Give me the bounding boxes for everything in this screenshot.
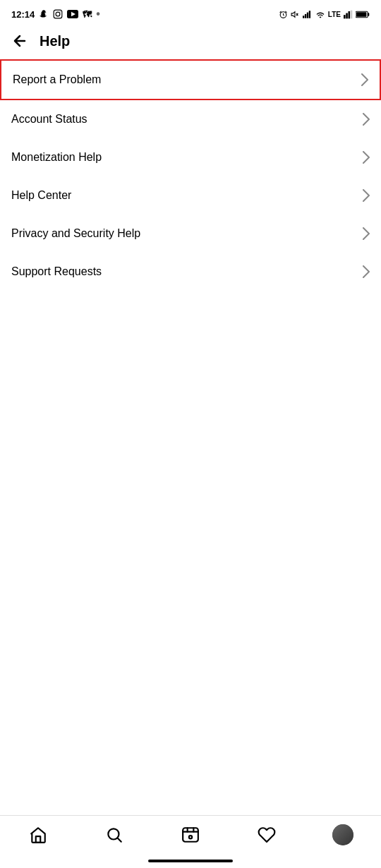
menu-list: Report a Problem Account Status Monetiza…	[0, 59, 381, 291]
svg-rect-0	[54, 10, 62, 18]
signal-icon	[303, 10, 313, 19]
profile-avatar	[332, 824, 353, 845]
battery-icon	[356, 10, 370, 19]
status-time: 12:14	[11, 9, 35, 20]
page-title: Help	[40, 33, 70, 49]
nav-item-home[interactable]	[0, 826, 76, 844]
header: Help	[0, 25, 381, 59]
search-icon	[105, 826, 123, 844]
menu-item-privacy-security[interactable]: Privacy and Security Help	[0, 215, 381, 253]
wifi-icon	[315, 10, 325, 19]
lte-badge: LTE	[328, 11, 341, 18]
chevron-right-icon	[363, 189, 370, 202]
nav-item-reels[interactable]	[152, 826, 229, 844]
svg-rect-14	[346, 13, 348, 18]
heart-icon	[258, 826, 276, 844]
menu-item-support-requests[interactable]: Support Requests	[0, 253, 381, 291]
youtube-icon	[67, 10, 78, 18]
chevron-right-icon	[363, 151, 370, 164]
menu-item-label: Monetization Help	[11, 151, 102, 164]
status-right: LTE	[279, 10, 370, 19]
svg-rect-9	[303, 16, 304, 18]
menu-item-label: Account Status	[11, 113, 87, 126]
svg-rect-18	[368, 13, 369, 16]
svg-marker-6	[291, 11, 295, 17]
instagram-icon	[53, 9, 63, 19]
svg-rect-12	[309, 11, 310, 18]
menu-item-label: Privacy and Security Help	[11, 227, 140, 240]
svg-rect-19	[356, 12, 366, 16]
svg-point-2	[60, 11, 61, 12]
alarm-icon	[279, 10, 288, 19]
svg-rect-20	[36, 836, 41, 843]
svg-rect-16	[351, 10, 353, 18]
nav-item-profile[interactable]	[305, 824, 381, 845]
chevron-right-icon	[361, 73, 368, 86]
dot-icon: •	[96, 8, 100, 20]
svg-point-27	[189, 836, 192, 838]
nav-item-search[interactable]	[76, 826, 152, 844]
bottom-indicator	[148, 860, 233, 862]
nav-item-likes[interactable]	[229, 826, 305, 844]
bottom-bar	[0, 860, 381, 868]
svg-rect-13	[344, 15, 346, 18]
svg-rect-15	[349, 11, 351, 18]
menu-item-report-problem[interactable]: Report a Problem	[0, 59, 381, 100]
signal-bars-icon	[344, 10, 353, 19]
menu-item-label: Help Center	[11, 189, 71, 202]
waze-icon: 🗺	[83, 9, 92, 20]
svg-rect-11	[307, 12, 308, 18]
svg-point-21	[108, 828, 119, 839]
back-button[interactable]	[11, 32, 28, 49]
menu-item-label: Support Requests	[11, 265, 102, 278]
bottom-navigation	[0, 815, 381, 860]
status-bar: 12:14 🗺 • LTE	[0, 0, 381, 25]
menu-item-monetization-help[interactable]: Monetization Help	[0, 138, 381, 176]
menu-item-help-center[interactable]: Help Center	[0, 176, 381, 215]
volume-icon	[291, 10, 300, 19]
status-left: 12:14 🗺 •	[11, 8, 100, 20]
svg-rect-10	[305, 13, 306, 18]
back-arrow-icon	[11, 32, 28, 49]
chevron-right-icon	[363, 113, 370, 126]
svg-point-1	[56, 12, 60, 16]
menu-item-label: Report a Problem	[13, 73, 101, 86]
svg-line-22	[118, 838, 121, 842]
menu-item-account-status[interactable]: Account Status	[0, 100, 381, 138]
snapchat-icon	[39, 9, 49, 19]
chevron-right-icon	[363, 265, 370, 278]
home-icon	[29, 826, 47, 844]
chevron-right-icon	[363, 227, 370, 240]
reels-icon	[181, 826, 200, 844]
